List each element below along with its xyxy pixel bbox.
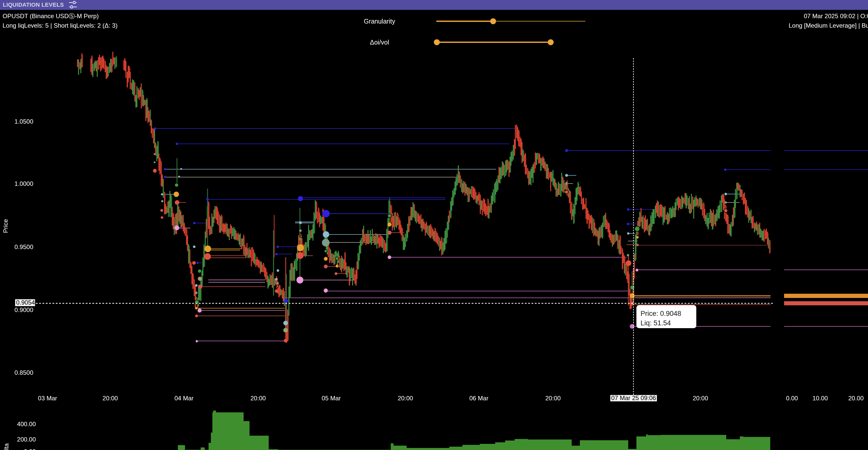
svg-text:Long liqLevels: 5 | Short liqL: Long liqLevels: 5 | Short liqLevels: 2 (… [3,22,118,29]
svg-text:07 Mar 25 09:06: 07 Mar 25 09:06 [611,394,656,401]
svg-text:1.0000: 1.0000 [14,180,33,187]
svg-text:1.0500: 1.0500 [14,118,33,125]
svg-text:10.00: 10.00 [812,395,828,401]
svg-text:0.9054: 0.9054 [16,299,35,306]
svg-text:20.00: 20.00 [848,395,864,401]
svg-text:07 Mar 2025 09:02 | O:0.9036 H: 07 Mar 2025 09:02 | O:0.9036 H:0.9041 L:… [804,12,868,20]
svg-text:200.00: 200.00 [17,436,36,443]
svg-text:06 Mar: 06 Mar [469,395,489,401]
svg-text:0.9500: 0.9500 [14,243,33,250]
svg-text:0.8500: 0.8500 [14,369,33,376]
svg-text:03 Mar: 03 Mar [38,395,57,401]
svg-text:Δoi/vol: Δoi/vol [370,39,389,46]
svg-text:delta: delta [3,443,10,450]
svg-text:05 Mar: 05 Mar [322,395,341,401]
svg-text:Long [Medium Leverage] | Burst: Long [Medium Leverage] | Burst: 14.20 | … [789,22,868,29]
svg-text:Price: 0.9048: Price: 0.9048 [641,310,681,318]
svg-text:0.9000: 0.9000 [14,306,33,313]
svg-text:04 Mar: 04 Mar [175,395,194,401]
svg-text:400.00: 400.00 [17,421,36,427]
svg-text:OPUSDT (Binance USDⓈ-M Perp): OPUSDT (Binance USDⓈ-M Perp) [3,12,99,20]
svg-text:Price: Price [2,219,9,233]
svg-text:LIQUIDATION LEVELS: LIQUIDATION LEVELS [3,2,64,8]
svg-text:20:00: 20:00 [103,395,118,401]
svg-text:20:00: 20:00 [250,395,266,401]
svg-text:20:00: 20:00 [398,395,413,401]
svg-text:20:00: 20:00 [545,395,561,401]
svg-text:20:00: 20:00 [693,395,708,401]
svg-text:0.00: 0.00 [786,395,798,401]
svg-text:Granularity: Granularity [364,18,395,25]
svg-text:0.00: 0.00 [24,448,36,450]
svg-text:Liq: 51.54: Liq: 51.54 [641,319,671,327]
